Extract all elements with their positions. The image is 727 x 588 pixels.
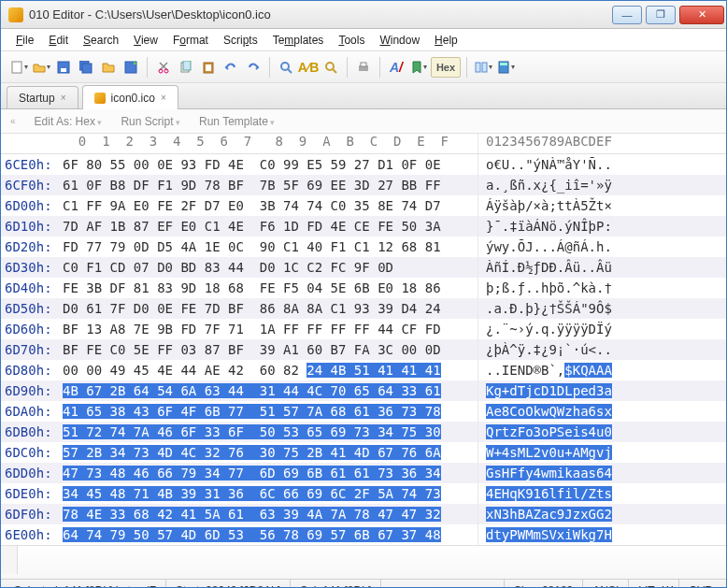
status-insert-mode[interactable]: OVR [679, 580, 722, 588]
ascii-cell[interactable]: }¯.‡ïàÁNö.ýNÎþP: [478, 216, 726, 237]
menu-window[interactable]: Window [374, 32, 425, 49]
hex-row[interactable]: 6D90h:4B 67 2B 64 54 6A 63 44 31 44 4C 7… [1, 380, 726, 401]
bytes-cell[interactable]: 57 2B 34 73 4D 4C 32 76 30 75 2B 41 4D 6… [59, 442, 478, 463]
ascii-cell[interactable]: o€U.."ýNÀ™åY'Ñ.. [478, 154, 726, 175]
ascii-cell[interactable]: Ae8CoOkwQWzha6sx [478, 401, 726, 422]
hex-row[interactable]: 6D30h:C0 F1 CD 07 D0 BD 83 44 D0 1C C2 F… [1, 257, 726, 278]
bytes-cell[interactable]: 61 0F B8 DF F1 9D 78 BF 7B 5F 69 EE 3D 2… [59, 175, 478, 195]
bytes-cell[interactable]: 47 73 48 46 66 79 34 77 6D 69 6B 61 61 7… [59, 463, 478, 483]
ascii-cell[interactable]: 4EHqK916lfil/Zts [478, 483, 726, 504]
menu-templates[interactable]: Templates [267, 32, 330, 49]
ascii-cell[interactable]: ¿þÀ^ÿ.‡¿9¡`·ú<.. [478, 339, 726, 360]
maximize-button[interactable]: ❐ [646, 6, 676, 24]
bytes-cell[interactable]: 51 72 74 7A 46 6F 33 6F 50 53 65 69 73 3… [59, 422, 478, 442]
run-script-dropdown[interactable]: Run Script [121, 115, 180, 128]
bytes-cell[interactable]: BF FE C0 5E FF 03 87 BF 39 A1 60 B7 FA 3… [59, 339, 478, 360]
hex-row[interactable]: 6D60h:BF 13 A8 7E 9B FD 7F 71 1A FF FF F… [1, 319, 726, 339]
status-encoding[interactable]: ANSI [583, 580, 629, 588]
save-button[interactable] [53, 57, 74, 78]
copy-button[interactable] [176, 57, 196, 78]
minimize-button[interactable]: — [612, 6, 642, 24]
hex-row[interactable]: 6DF0h:78 4E 33 68 42 41 5A 61 63 39 4A 7… [1, 504, 726, 524]
new-file-button[interactable] [8, 57, 29, 78]
find-button[interactable] [276, 57, 296, 78]
paste-button[interactable] [198, 57, 219, 78]
bytes-cell[interactable]: BF 13 A8 7E 9B FD 7F 71 1A FF FF FF FF 4… [59, 319, 478, 339]
menu-scripts[interactable]: Scripts [218, 32, 264, 49]
menu-help[interactable]: Help [429, 32, 463, 49]
menu-tools[interactable]: Tools [333, 32, 370, 49]
bytes-cell[interactable]: 7D AF 1B 87 EF E0 C1 4E F6 1D FD 4E CE F… [59, 216, 478, 237]
tab-file[interactable]: icon0.ico × [82, 85, 178, 109]
tab-startup[interactable]: Startup × [7, 86, 78, 108]
cut-button[interactable] [153, 57, 174, 78]
ascii-cell[interactable]: ..IEND®B`‚$KQAAA [478, 360, 726, 380]
hex-editor-body[interactable]: 6CE0h:6F 80 55 00 0E 93 FD 4E C0 99 E5 5… [1, 154, 726, 545]
tab-close-icon[interactable]: × [61, 93, 66, 103]
hex-row[interactable]: 6CF0h:61 0F B8 DF F1 9D 78 BF 7B 5F 69 E… [1, 175, 726, 195]
replace-button[interactable]: A⁄B [298, 57, 319, 78]
compare-button[interactable] [473, 57, 493, 78]
menu-edit[interactable]: Edit [43, 32, 74, 49]
collapse-icon[interactable]: « [10, 116, 16, 126]
bytes-cell[interactable]: 64 74 79 50 57 4D 6D 53 56 78 69 57 6B 6… [59, 524, 478, 545]
ascii-cell[interactable]: þ;ß.ƒ..hþõ.^kà.† [478, 278, 726, 298]
edit-as-dropdown[interactable]: Edit As: Hex [35, 115, 103, 128]
hex-row[interactable]: 6E00h:64 74 79 50 57 4D 6D 53 56 78 69 5… [1, 524, 726, 545]
print-button[interactable] [353, 57, 374, 78]
inspector-tab[interactable] [1, 546, 18, 574]
menu-file[interactable]: File [10, 32, 39, 49]
status-write[interactable]: W [657, 580, 679, 588]
ascii-cell[interactable]: ÀñÍ.Ð½ƒDÐ.Âü..Âü [478, 257, 726, 278]
ascii-cell[interactable]: Áÿšàþ/×à;ttÀ5Žt× [478, 195, 726, 216]
hex-row[interactable]: 6D40h:FE 3B DF 81 83 9D 18 68 FE F5 04 5… [1, 278, 726, 298]
undo-button[interactable] [221, 57, 241, 78]
bytes-cell[interactable]: FD 77 79 0D D5 4A 1E 0C 90 C1 40 F1 C1 1… [59, 237, 478, 257]
hex-row[interactable]: 6DE0h:34 45 48 71 4B 39 31 36 6C 66 69 6… [1, 483, 726, 504]
ascii-cell[interactable]: xN3hBAZac9JzxGG2 [478, 504, 726, 524]
run-template-dropdown[interactable]: Run Template [199, 115, 275, 128]
bytes-cell[interactable]: C0 F1 CD 07 D0 BD 83 44 D0 1C C2 FC 9F 0… [59, 257, 478, 278]
find-in-files-button[interactable] [321, 57, 341, 78]
bytes-cell[interactable]: 6F 80 55 00 0E 93 FD 4E C0 99 E5 59 27 D… [59, 154, 478, 175]
hex-mode-button[interactable]: Hex [431, 57, 461, 78]
ascii-cell[interactable]: a.¸ßñ.x¿{_iî='»ÿ [478, 175, 726, 195]
bytes-cell[interactable]: 4B 67 2B 64 54 6A 63 44 31 44 4C 70 65 6… [59, 380, 478, 401]
save-all-button[interactable] [76, 57, 96, 78]
bytes-cell[interactable]: FE 3B DF 81 83 9D 18 68 FE F5 04 5E 6B E… [59, 278, 478, 298]
redo-button[interactable] [243, 57, 264, 78]
ascii-cell[interactable]: Kg+dTjcD1DLped3a [478, 380, 726, 401]
ascii-cell[interactable]: W+4sML2v0u+AMgvj [478, 442, 726, 463]
hex-row[interactable]: 6DD0h:47 73 48 46 66 79 34 77 6D 69 6B 6… [1, 463, 726, 483]
hex-row[interactable]: 6DC0h:57 2B 34 73 4D 4C 32 76 30 75 2B 4… [1, 442, 726, 463]
ascii-cell[interactable]: GsHFfy4wmikaas64 [478, 463, 726, 483]
hex-row[interactable]: 6D00h:C1 FF 9A E0 FE 2F D7 E0 3B 74 74 C… [1, 195, 726, 216]
open-file-button[interactable] [31, 57, 51, 78]
open-folder-button[interactable] [98, 57, 119, 78]
bytes-cell[interactable]: 78 4E 33 68 42 41 5A 61 63 39 4A 7A 78 4… [59, 504, 478, 524]
hex-row[interactable]: 6DA0h:41 65 38 43 6F 4F 6B 77 51 57 7A 6… [1, 401, 726, 422]
hex-row[interactable]: 6D50h:D0 61 7F D0 0E FE 7D BF 86 8A 8A C… [1, 298, 726, 319]
close-button[interactable]: ✕ [679, 6, 724, 24]
bytes-cell[interactable]: C1 FF 9A E0 FE 2F D7 E0 3B 74 74 C0 35 8… [59, 195, 478, 216]
hex-row[interactable]: 6D10h:7D AF 1B 87 EF E0 C1 4E F6 1D FD 4… [1, 216, 726, 237]
menu-search[interactable]: Search [78, 32, 124, 49]
bytes-cell[interactable]: 34 45 48 71 4B 39 31 36 6C 66 69 6C 2F 5… [59, 483, 478, 504]
bytes-cell[interactable]: D0 61 7F D0 0E FE 7D BF 86 8A 8A C1 93 3… [59, 298, 478, 319]
hex-row[interactable]: 6DB0h:51 72 74 7A 46 6F 33 6F 50 53 65 6… [1, 422, 726, 442]
hex-row[interactable]: 6D20h:FD 77 79 0D D5 4A 1E 0C 90 C1 40 F… [1, 237, 726, 257]
ascii-cell[interactable]: ýwy.ÕJ...Á@ñÁ.h. [478, 237, 726, 257]
hex-row[interactable]: 6CE0h:6F 80 55 00 0E 93 FD 4E C0 99 E5 5… [1, 154, 726, 175]
bytes-cell[interactable]: 00 00 49 45 4E 44 AE 42 60 82 24 4B 51 4… [59, 360, 478, 380]
ascii-cell[interactable]: ¿.¨~›ý.q.ÿÿÿÿDÏý [478, 319, 726, 339]
hex-row[interactable]: 6D80h:00 00 49 45 4E 44 AE 42 60 82 24 4… [1, 360, 726, 380]
ascii-cell[interactable]: QrtzFo3oPSeis4u0 [478, 422, 726, 442]
bytes-cell[interactable]: 41 65 38 43 6F 4F 6B 77 51 57 7A 68 61 3… [59, 401, 478, 422]
status-endian[interactable]: LIT [629, 580, 656, 588]
bookmarks-button[interactable] [408, 57, 429, 78]
menu-format[interactable]: Format [167, 32, 214, 49]
ascii-cell[interactable]: dtyPWMmSVxiWkg7H [478, 524, 726, 545]
save-as-button[interactable] [121, 57, 141, 78]
tab-close-icon[interactable]: × [161, 93, 166, 103]
ascii-cell[interactable]: .a.Ð.þ}¿†ŠŠÁ"9Ô$ [478, 298, 726, 319]
